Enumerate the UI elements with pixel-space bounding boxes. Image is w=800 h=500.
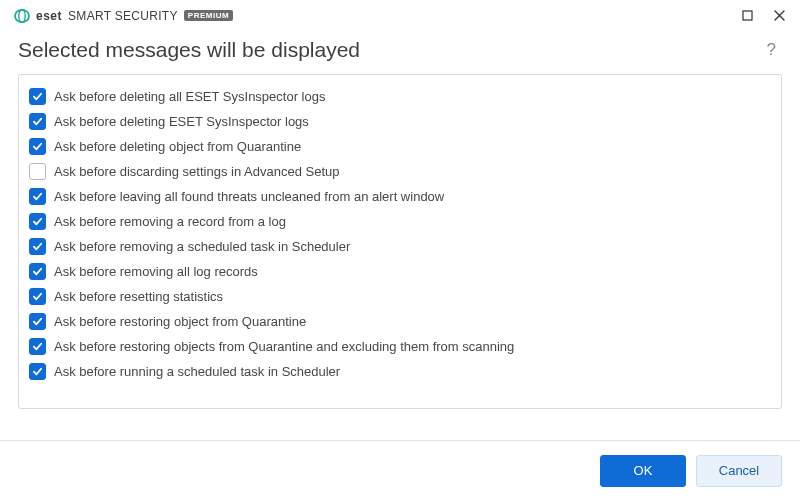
list-item: Ask before removing all log records: [25, 259, 773, 284]
ok-button[interactable]: OK: [600, 455, 686, 487]
checkbox[interactable]: [29, 238, 46, 255]
list-item: Ask before running a scheduled task in S…: [25, 359, 773, 384]
brand-name: eset: [36, 9, 62, 23]
list-item-label: Ask before resetting statistics: [54, 289, 223, 304]
checkbox[interactable]: [29, 213, 46, 230]
list-item: Ask before leaving all found threats unc…: [25, 184, 773, 209]
list-item: Ask before discarding settings in Advanc…: [25, 159, 773, 184]
svg-point-1: [19, 9, 25, 21]
checkbox[interactable]: [29, 363, 46, 380]
checkbox[interactable]: [29, 188, 46, 205]
checkbox[interactable]: [29, 163, 46, 180]
title-bar: eset SMART SECURITY PREMIUM: [0, 0, 800, 32]
list-item: Ask before removing a record from a log: [25, 209, 773, 234]
list-item-label: Ask before restoring object from Quarant…: [54, 314, 306, 329]
checkbox[interactable]: [29, 338, 46, 355]
list-item-label: Ask before deleting all ESET SysInspecto…: [54, 89, 325, 104]
close-button[interactable]: [764, 4, 794, 28]
checkbox[interactable]: [29, 288, 46, 305]
content-panel: Ask before deleting all ESET SysInspecto…: [18, 74, 782, 409]
list-item: Ask before deleting all ESET SysInspecto…: [25, 84, 773, 109]
list-item-label: Ask before discarding settings in Advanc…: [54, 164, 339, 179]
help-icon[interactable]: ?: [761, 38, 782, 62]
list-item-label: Ask before leaving all found threats unc…: [54, 189, 444, 204]
checkbox[interactable]: [29, 313, 46, 330]
list-item-label: Ask before removing a scheduled task in …: [54, 239, 350, 254]
svg-point-0: [15, 9, 29, 21]
list-item-label: Ask before deleting object from Quaranti…: [54, 139, 301, 154]
checkbox[interactable]: [29, 113, 46, 130]
list-item-label: Ask before removing all log records: [54, 264, 258, 279]
maximize-button[interactable]: [732, 4, 762, 28]
brand-badge: PREMIUM: [184, 10, 233, 21]
page-title: Selected messages will be displayed: [18, 38, 360, 62]
list-item: Ask before deleting ESET SysInspector lo…: [25, 109, 773, 134]
checkbox[interactable]: [29, 138, 46, 155]
list-item-label: Ask before deleting ESET SysInspector lo…: [54, 114, 309, 129]
list-item: Ask before resetting statistics: [25, 284, 773, 309]
svg-rect-2: [743, 11, 752, 20]
brand: eset SMART SECURITY PREMIUM: [14, 8, 233, 24]
list-item: Ask before removing a scheduled task in …: [25, 234, 773, 259]
list-item-label: Ask before running a scheduled task in S…: [54, 364, 340, 379]
dialog-footer: OK Cancel: [0, 440, 800, 500]
window-controls: [732, 4, 794, 28]
list-item: Ask before deleting object from Quaranti…: [25, 134, 773, 159]
list-item-label: Ask before removing a record from a log: [54, 214, 286, 229]
checkbox[interactable]: [29, 263, 46, 280]
dialog-header: Selected messages will be displayed ?: [0, 32, 800, 74]
eset-logo-icon: [14, 8, 30, 24]
message-list[interactable]: Ask before deleting all ESET SysInspecto…: [19, 75, 781, 408]
list-item: Ask before restoring object from Quarant…: [25, 309, 773, 334]
brand-product: SMART SECURITY: [68, 9, 178, 23]
checkbox[interactable]: [29, 88, 46, 105]
cancel-button[interactable]: Cancel: [696, 455, 782, 487]
list-item: Ask before restoring objects from Quaran…: [25, 334, 773, 359]
list-item-label: Ask before restoring objects from Quaran…: [54, 339, 514, 354]
